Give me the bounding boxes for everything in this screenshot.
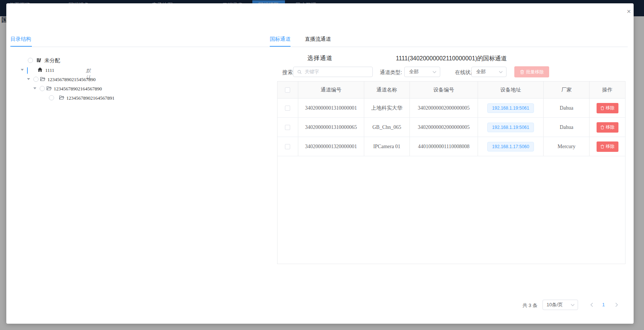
cell-channel-name: GB_Chn_065 bbox=[364, 118, 410, 137]
cell-vendor: Dahua bbox=[544, 118, 590, 137]
tree-node-label[interactable]: 12345678902164567890 bbox=[54, 86, 102, 92]
channel-type-select[interactable]: 全部 bbox=[404, 67, 440, 77]
search-icon bbox=[297, 70, 302, 74]
cell-vendor: Mercury bbox=[544, 137, 590, 156]
folder-icon bbox=[40, 77, 46, 81]
address-tag: 192.168.1.19:5061 bbox=[487, 103, 534, 113]
tab-underline-right bbox=[270, 46, 291, 47]
tree-node-label[interactable]: 12345678902164567891 bbox=[66, 95, 114, 101]
tab-underline-left bbox=[10, 46, 32, 47]
remove-label: 移除 bbox=[606, 105, 615, 111]
remove-label: 移除 bbox=[606, 143, 615, 150]
radio-folder-3[interactable] bbox=[49, 95, 54, 100]
chevron-down-icon bbox=[571, 304, 575, 306]
page-size-select[interactable]: 10条/页 bbox=[542, 300, 578, 310]
col-header-vendor: 厂家 bbox=[544, 81, 590, 98]
cell-vendor: Dahua bbox=[544, 99, 590, 117]
caret-down-icon[interactable] bbox=[27, 78, 30, 80]
cell-channel-name: 上地科实大华 bbox=[364, 99, 410, 117]
select-all-cell bbox=[278, 81, 298, 98]
cell-channel-id: 34020000001310000065 bbox=[298, 118, 364, 137]
radio-1111[interactable] bbox=[27, 67, 28, 74]
channel-table: 通道编号 通道名称 设备编号 设备地址 厂家 操作 34020000001310… bbox=[277, 81, 625, 264]
table-row: 34020000001310000065 GB_Chn_065 34020000… bbox=[278, 118, 625, 137]
pagination-total: 共 3 条 bbox=[522, 302, 537, 309]
channel-type-label: 通道类型: bbox=[380, 69, 402, 76]
remove-button[interactable]: 移除 bbox=[597, 103, 618, 113]
row-checkbox[interactable] bbox=[285, 125, 290, 130]
radio-folder-2[interactable] bbox=[40, 86, 45, 91]
section-title: 1111(34020000002110000001)的国标通道 bbox=[277, 55, 625, 63]
table-row: 34020000001320000001 IPCamera 01 4401000… bbox=[278, 137, 625, 156]
remove-button[interactable]: 移除 bbox=[597, 141, 618, 152]
caret-down-icon[interactable] bbox=[33, 87, 36, 89]
trash-icon bbox=[520, 70, 524, 74]
remove-button[interactable]: 移除 bbox=[597, 122, 618, 133]
table-row: 34020000001310000001 上地科实大华 340200000020… bbox=[278, 99, 625, 118]
cell-channel-name: IPCamera 01 bbox=[364, 137, 410, 156]
online-status-value: 全部 bbox=[476, 69, 486, 75]
home-icon bbox=[37, 67, 43, 72]
tree-node-1111[interactable]: 1111 默认 bbox=[0, 66, 1, 74]
page-size-value: 10条/页 bbox=[547, 301, 563, 308]
caret-down-icon[interactable] bbox=[21, 69, 24, 71]
close-icon[interactable]: × bbox=[624, 7, 634, 16]
search-placeholder: 关键字 bbox=[305, 69, 319, 75]
tab-live-stream-channel[interactable]: 直播流通道 bbox=[305, 36, 331, 43]
next-page-icon[interactable] bbox=[612, 300, 621, 310]
bookshelf-icon bbox=[36, 57, 42, 63]
folder-icon bbox=[59, 95, 64, 100]
tab-directory-structure[interactable]: 目录结构 bbox=[10, 36, 31, 43]
address-tag: 192.168.1.17:5060 bbox=[487, 142, 534, 151]
tree-node-label[interactable]: 12345678902154567890 bbox=[47, 77, 96, 83]
channel-type-value: 全部 bbox=[409, 69, 419, 75]
tree-node-label[interactable]: 1111 bbox=[45, 67, 54, 73]
page-number-1[interactable]: 1 bbox=[602, 302, 605, 307]
radio-folder-1[interactable] bbox=[33, 77, 39, 82]
cell-channel-id: 34020000001320000001 bbox=[298, 137, 364, 156]
col-header-channel-id: 通道编号 bbox=[298, 81, 364, 98]
online-status-select[interactable]: 全部 bbox=[471, 67, 507, 77]
batch-remove-label: 批量移除 bbox=[526, 69, 544, 75]
cell-device-id: 34020000002000000005 bbox=[410, 99, 478, 117]
folder-icon bbox=[46, 86, 52, 91]
cell-device-id: 44010000001110008008 bbox=[410, 137, 478, 156]
cell-channel-id: 34020000001310000001 bbox=[298, 99, 364, 117]
table-header-row: 通道编号 通道名称 设备编号 设备地址 厂家 操作 bbox=[278, 81, 625, 99]
col-header-channel-name: 通道名称 bbox=[364, 81, 410, 98]
chevron-down-icon bbox=[499, 71, 503, 73]
search-label: 搜索: bbox=[282, 69, 294, 76]
row-checkbox[interactable] bbox=[285, 106, 290, 111]
tree-node-label[interactable]: 未分配 bbox=[44, 57, 60, 64]
search-input[interactable]: 关键字 bbox=[293, 67, 373, 77]
tabbar-divider bbox=[12, 47, 628, 47]
col-header-device-address: 设备地址 bbox=[478, 81, 544, 98]
batch-remove-button[interactable]: 批量移除 bbox=[514, 66, 549, 77]
chevron-down-icon bbox=[432, 71, 436, 73]
select-all-checkbox[interactable] bbox=[285, 87, 290, 93]
col-header-action: 操作 bbox=[590, 81, 625, 98]
address-tag: 192.168.1.19:5061 bbox=[487, 123, 534, 132]
row-checkbox[interactable] bbox=[285, 144, 290, 149]
cell-device-id: 34020000002000000005 bbox=[410, 118, 478, 137]
tab-gb-channel[interactable]: 国标通道 bbox=[270, 36, 291, 43]
remove-label: 移除 bbox=[606, 124, 615, 130]
col-header-device-id: 设备编号 bbox=[410, 81, 478, 98]
prev-page-icon[interactable] bbox=[587, 300, 596, 310]
radio-unassigned[interactable] bbox=[28, 58, 33, 63]
